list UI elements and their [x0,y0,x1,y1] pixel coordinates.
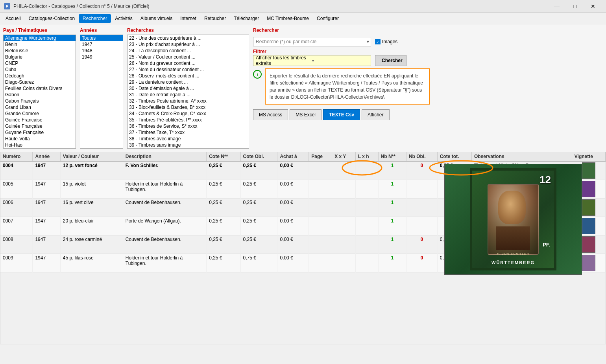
list-item[interactable]: 36 - Timbres de Service, S* xxxx [127,123,249,129]
list-item[interactable]: Gabon [4,92,76,98]
app-icon: P [4,3,10,9]
cell-valeur: 45 p. lilas-rose [60,254,123,272]
cell-achat: 0,00 € [277,217,309,235]
list-item[interactable]: CNEP [4,60,76,66]
list-item[interactable]: 25 - Valeur / Couleur contient ... [127,54,249,60]
list-item[interactable]: Guyane Française [4,129,76,136]
annee-item-1949[interactable]: 1949 [80,54,123,60]
list-item[interactable]: 23 - Un prix d'achat supérieur à ... [127,41,249,48]
cell-description: Holderlin et tour Holderlin à Tubingen. [123,180,206,199]
list-item[interactable]: Gabon Français [4,98,76,104]
texte-csv-button[interactable]: TEXTE Csv [323,109,360,120]
list-item[interactable]: Cuba [4,66,76,73]
close-button[interactable]: ✕ [584,0,602,13]
annees-listbox[interactable]: Toutes 1947 1948 1949 [80,35,123,149]
list-item[interactable]: Inde Ets Français [4,148,76,149]
list-item[interactable]: 29 - La dentelure contient ... [127,79,249,85]
images-checkbox-label[interactable]: ✓ Images [375,39,397,44]
maximize-button[interactable]: □ [566,0,584,13]
filter-dropdown[interactable]: Afficher tous les timbres extraits ▾ [253,55,371,66]
pays-header: Pays / Thématiques [3,28,76,33]
cell-description: Couvent de Bebenhausen. [123,199,206,217]
cell-xxy [332,161,356,180]
col-cote-tot: Cote tot. [437,152,471,161]
col-numero: Numéro [0,152,33,161]
menu-catalogues[interactable]: Catalogues-Collection [25,14,79,23]
cell-nb-n: 1 [378,254,406,272]
cell-cote-obl: 0,25 € [240,199,277,217]
list-item[interactable]: Feuilles Coins datés Divers [4,85,76,92]
list-item[interactable]: Diego-Suarez [4,79,76,85]
pays-item-allemagne[interactable]: Allemagne Württemberg [4,35,76,41]
menu-rechercher[interactable]: Rechercher [79,14,111,23]
list-item[interactable]: 22 - Une des cotes supérieure à ... [127,35,249,41]
filter-arrow: ▾ [312,59,368,63]
cell-lxh [355,180,378,199]
list-item[interactable]: Hoi-Hao [4,142,76,148]
cell-valeur: 24 p. rose carminé [60,235,123,254]
list-item[interactable]: 31 - Date de retrait égale à ... [127,92,249,98]
menu-albums[interactable]: Albums virtuels [137,14,176,23]
menu-activites[interactable]: Activités [111,14,137,23]
col-cote-n: Cote N** [207,152,240,161]
images-checkbox[interactable]: ✓ [375,39,381,44]
list-item[interactable]: Haute-Volta [4,136,76,142]
afficher-button[interactable]: Afficher [362,109,389,120]
menu-telecharger[interactable]: Télécharger [230,14,263,23]
ms-access-button[interactable]: MS Access [253,109,288,120]
annee-item-1947[interactable]: 1947 [80,41,123,48]
list-item[interactable]: Guinée Francaise [4,117,76,123]
list-item[interactable]: 39 - Timbres sans image [127,142,249,148]
list-item[interactable]: 35 - Timbres Pré-oblitérés, P* xxxx [127,117,249,123]
list-item[interactable]: Bulgarie [4,54,76,60]
pays-listbox[interactable]: Allemagne Württemberg Bénin Biélorussie … [3,35,76,149]
cell-description: Porte de Wangen (Allgau). [123,217,206,235]
menu-accueil[interactable]: Accueil [2,14,25,23]
menu-mc-timbres[interactable]: MC Timbres-Bourse [263,14,313,23]
list-item[interactable]: 34 - Carnets & Croix-Rouge, C* xxxx [127,110,249,117]
menu-configurer[interactable]: Configurer [313,14,343,23]
menubar: Accueil Catalogues-Collection Rechercher… [0,13,606,24]
list-item[interactable]: Grande Comore [4,110,76,117]
cell-lxh [355,254,378,272]
list-item[interactable]: Biélorussie [4,48,76,54]
list-item[interactable]: Guinée Française [4,123,76,129]
list-item[interactable]: Bénin [4,41,76,48]
cell-nb-obl [406,217,437,235]
menu-retoucher[interactable]: Retoucher [200,14,230,23]
list-item[interactable]: 27 - Nom du dessinateur contient ... [127,66,249,73]
list-item[interactable]: 33 - Bloc-feuillets & Bandes, B* xxxx [127,104,249,110]
cell-description: F. Von Schiller. [123,161,206,180]
recherche-item-par-annee[interactable]: 40 - Pays ou thématique par année [127,148,249,149]
chercher-button[interactable]: Chercher [375,55,406,66]
cell-cote-obl: 0,25 € [240,161,277,180]
menu-internet[interactable]: Internet [176,14,200,23]
list-item[interactable]: 32 - Timbres Poste aérienne, A* xxxx [127,98,249,104]
list-item[interactable]: 26 - Nom du graveur contient ... [127,60,249,66]
list-item[interactable]: Grand Liban [4,104,76,110]
list-item[interactable]: 30 - Date d'émission égale à ... [127,85,249,92]
images-label: Images [382,39,397,44]
cell-lxh [355,235,378,254]
cell-cote-obl: 0,75 € [240,254,277,272]
minimize-button[interactable]: — [548,0,566,13]
annee-item-toutes[interactable]: Toutes [80,35,123,41]
list-item[interactable]: Dédéagh [4,73,76,79]
search-input[interactable] [253,38,365,45]
list-item[interactable]: 38 - Timbres avec image [127,136,249,142]
cell-numero: 0008 [0,235,33,254]
ms-excel-button[interactable]: MS Excel [290,109,321,120]
data-table-container[interactable]: Numéro Année Valeur / Couleur Descriptio… [0,152,606,344]
rechercher-header: Rechercher [253,28,603,33]
stamp-popup: 12 PF. F. VON SCHILLER WÜRTTEMBERG [444,164,582,275]
recherches-listbox[interactable]: 22 - Une des cotes supérieure à ... 23 -… [127,35,249,149]
cell-achat: 0,00 € [277,235,309,254]
search-dropdown-arrow[interactable]: ▾ [365,39,371,44]
cell-valeur: 16 p. vert olive [60,199,123,217]
list-item[interactable]: 37 - Timbres Taxe, T* xxxx [127,129,249,136]
annee-item-1948[interactable]: 1948 [80,48,123,54]
cell-nb-n: 1 [378,217,406,235]
list-item[interactable]: 28 - Observ, mots-clés contient ... [127,73,249,79]
list-item[interactable]: 24 - La description contient ... [127,48,249,54]
cell-nb-n: 1 [378,199,406,217]
